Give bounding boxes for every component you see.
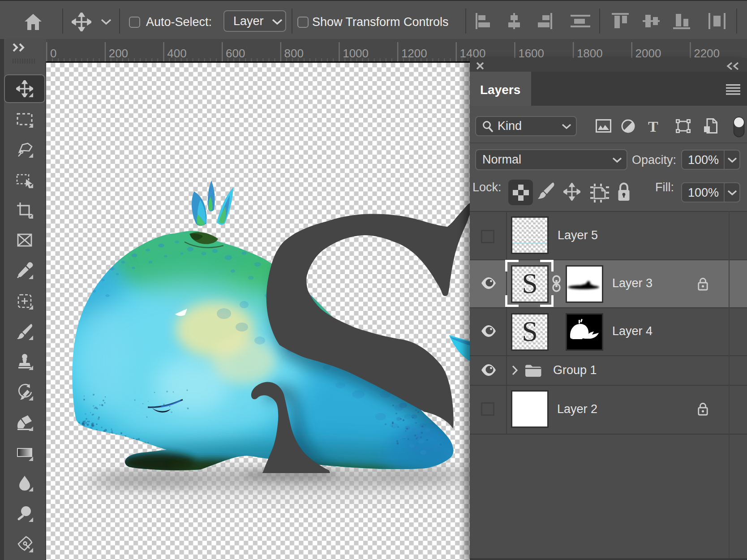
svg-text:1200: 1200 [401, 47, 427, 60]
svg-text:600: 600 [226, 47, 245, 60]
svg-text:1000: 1000 [343, 47, 369, 60]
svg-text:200: 200 [109, 47, 128, 60]
svg-text:800: 800 [284, 47, 304, 60]
svg-text:400: 400 [167, 47, 186, 60]
svg-text:0: 0 [50, 47, 56, 60]
